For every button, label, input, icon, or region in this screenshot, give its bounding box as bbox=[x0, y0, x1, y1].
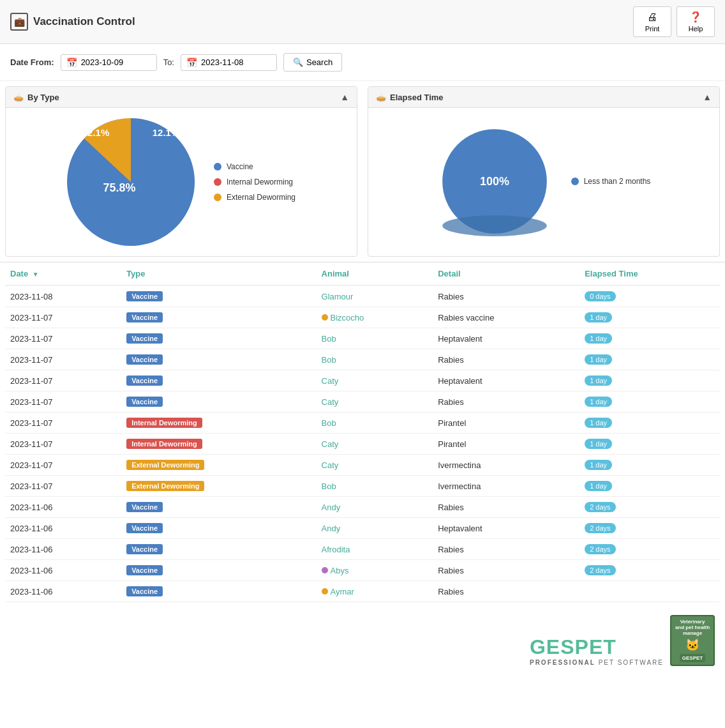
svg-text:12.1%: 12.1% bbox=[153, 127, 180, 138]
cell-elapsed: 0 days bbox=[579, 285, 720, 307]
chart-by-type-toggle[interactable]: ▲ bbox=[340, 92, 349, 102]
chart-elapsed-toggle[interactable]: ▲ bbox=[703, 92, 712, 102]
cell-animal: Bob bbox=[317, 349, 433, 370]
by-type-pie-container: 75.8% 12.1% 12.1% Vaccine Internal Dewor… bbox=[67, 118, 295, 246]
cell-date: 2023-11-07 bbox=[5, 476, 121, 497]
date-from-input[interactable] bbox=[81, 57, 151, 67]
date-to-input[interactable] bbox=[201, 57, 271, 67]
chart-by-type: 🥧 By Type ▲ 75.8% 12.1% 12.1% bbox=[5, 86, 357, 257]
gespet-brand-rest: PET bbox=[575, 635, 617, 658]
header-actions: 🖨 Print ❓ Help bbox=[633, 6, 715, 37]
animal-link[interactable]: Bob bbox=[322, 418, 336, 428]
cell-detail: Rabies bbox=[433, 349, 579, 370]
cell-animal: Bob bbox=[317, 476, 433, 497]
print-button[interactable]: 🖨 Print bbox=[633, 6, 671, 37]
animal-link[interactable]: Bob bbox=[322, 334, 336, 344]
cell-animal: Bob bbox=[317, 413, 433, 434]
legend-vaccine: Vaccine bbox=[214, 162, 295, 171]
chart-elapsed-header: 🥧 Elapsed Time ▲ bbox=[368, 87, 719, 108]
cell-animal: Andy bbox=[317, 497, 433, 518]
animal-link[interactable]: Bizcocho bbox=[331, 313, 364, 322]
table-row: 2023-11-08 Vaccine Glamour Rabies 0 days bbox=[5, 285, 720, 307]
search-label: Search bbox=[306, 57, 333, 67]
legend-external-dot bbox=[214, 193, 221, 201]
cell-type: Vaccine bbox=[121, 581, 316, 602]
filter-bar: Date From: 📅 To: 📅 🔍 Search bbox=[0, 44, 725, 81]
cell-type: Vaccine bbox=[121, 328, 316, 349]
legend-internal-label: Internal Deworming bbox=[227, 178, 293, 186]
animal-link[interactable]: Andy bbox=[322, 503, 341, 512]
cell-date: 2023-11-07 bbox=[5, 434, 121, 455]
animal-link[interactable]: Caty bbox=[322, 439, 339, 449]
animal-link[interactable]: Andy bbox=[322, 524, 341, 533]
legend-vaccine-label: Vaccine bbox=[227, 162, 253, 171]
svg-text:100%: 100% bbox=[480, 175, 509, 188]
cell-type: Vaccine bbox=[121, 370, 316, 391]
elapsed-legend: Less than 2 months bbox=[571, 177, 651, 186]
type-badge: Vaccine bbox=[126, 586, 163, 596]
type-badge: Vaccine bbox=[126, 312, 163, 322]
cell-detail: Ivermectina bbox=[433, 455, 579, 476]
cell-detail: Heptavalent bbox=[433, 370, 579, 391]
date-to-wrapper: 📅 bbox=[181, 54, 277, 71]
charts-section: 🥧 By Type ▲ 75.8% 12.1% 12.1% bbox=[0, 81, 725, 262]
animal-link[interactable]: Afrodita bbox=[322, 545, 350, 554]
cell-date: 2023-11-06 bbox=[5, 497, 121, 518]
elapsed-badge: 1 day bbox=[585, 397, 612, 407]
cell-elapsed: 1 day bbox=[579, 307, 720, 328]
cell-animal: Andy bbox=[317, 518, 433, 539]
table-row: 2023-11-07 Vaccine Bizcocho Rabies vacci… bbox=[5, 307, 720, 328]
elapsed-pie-container: 100% Less than 2 months bbox=[437, 124, 651, 239]
print-label: Print bbox=[645, 25, 660, 33]
cell-detail: Rabies bbox=[433, 560, 579, 581]
chart-by-type-header: 🥧 By Type ▲ bbox=[6, 87, 357, 108]
chart-elapsed-body: 100% Less than 2 months bbox=[368, 108, 719, 255]
gespet-brand-accent: GES bbox=[530, 635, 575, 658]
help-icon: ❓ bbox=[689, 11, 702, 23]
legend-elapsed-label: Less than 2 months bbox=[584, 177, 651, 186]
help-button[interactable]: ❓ Help bbox=[676, 6, 715, 37]
search-button[interactable]: 🔍 Search bbox=[283, 53, 342, 72]
cell-animal: Caty bbox=[317, 370, 433, 391]
cell-type: External Deworming bbox=[121, 476, 316, 497]
cell-detail: Heptavalent bbox=[433, 328, 579, 349]
print-icon: 🖨 bbox=[647, 11, 657, 23]
by-type-svg: 75.8% 12.1% 12.1% bbox=[67, 118, 195, 246]
cell-date: 2023-11-06 bbox=[5, 581, 121, 602]
legend-external: External Deworming bbox=[214, 193, 295, 202]
svg-text:75.8%: 75.8% bbox=[103, 181, 135, 194]
col-date[interactable]: Date ▼ bbox=[5, 262, 121, 285]
search-icon: 🔍 bbox=[293, 57, 303, 67]
cell-elapsed: 1 day bbox=[579, 349, 720, 370]
cell-detail: Rabies bbox=[433, 581, 579, 602]
table-row: 2023-11-07 Vaccine Caty Rabies 1 day bbox=[5, 391, 720, 413]
cell-elapsed: 1 day bbox=[579, 391, 720, 413]
animal-link[interactable]: Caty bbox=[322, 460, 339, 470]
animal-link[interactable]: Caty bbox=[322, 397, 339, 407]
type-badge: Internal Deworming bbox=[126, 439, 202, 449]
animal-link[interactable]: Abys bbox=[331, 566, 349, 575]
chart-elapsed: 🥧 Elapsed Time ▲ 100% Less than 2 months bbox=[368, 86, 720, 257]
table-row: 2023-11-07 Vaccine Bob Rabies 1 day bbox=[5, 349, 720, 370]
animal-link[interactable]: Bob bbox=[322, 355, 336, 365]
elapsed-badge: 2 days bbox=[585, 523, 615, 533]
elapsed-badge: 1 day bbox=[585, 460, 612, 470]
animal-link[interactable]: Glamour bbox=[322, 292, 354, 301]
gespet-brand: GESPET bbox=[530, 635, 617, 659]
cell-type: External Deworming bbox=[121, 455, 316, 476]
cell-detail: Pirantel bbox=[433, 413, 579, 434]
type-badge: Vaccine bbox=[126, 544, 163, 554]
animal-link[interactable]: Caty bbox=[322, 376, 339, 386]
cell-type: Vaccine bbox=[121, 349, 316, 370]
animal-link[interactable]: Aymar bbox=[331, 587, 354, 596]
type-badge: External Deworming bbox=[126, 481, 204, 491]
gespet-sub: PROFESSIONAL PET SOFTWARE bbox=[530, 659, 664, 666]
elapsed-badge: 1 day bbox=[585, 418, 612, 428]
by-type-legend: Vaccine Internal Deworming External Dewo… bbox=[214, 162, 295, 202]
cell-type: Vaccine bbox=[121, 497, 316, 518]
cell-elapsed bbox=[579, 581, 720, 602]
gespet-logo: GESPET PROFESSIONAL PET SOFTWARE bbox=[530, 635, 664, 666]
type-badge: Vaccine bbox=[126, 291, 163, 301]
animal-link[interactable]: Bob bbox=[322, 482, 336, 491]
footer: GESPET PROFESSIONAL PET SOFTWARE Veterin… bbox=[0, 602, 725, 672]
